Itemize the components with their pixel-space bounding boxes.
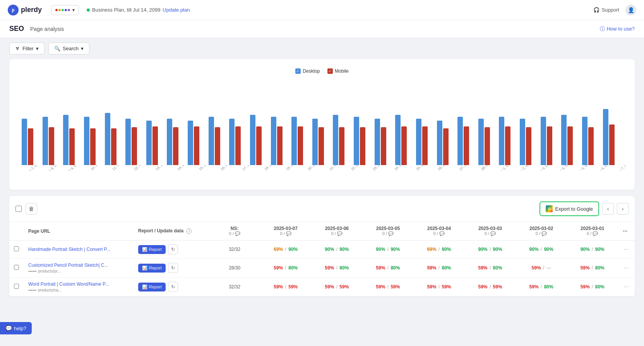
google-icon: G: [546, 205, 553, 212]
col-date7: 2025-03-01 0 / 💬: [567, 222, 618, 240]
score-cell: 59% / 80%: [567, 278, 618, 297]
info-icon[interactable]: i: [186, 228, 192, 234]
delete-button[interactable]: 🗑: [26, 203, 37, 215]
report-button[interactable]: 📊 Report: [138, 264, 166, 273]
bar-mobile: [28, 128, 33, 165]
bar-desktop: [63, 115, 69, 165]
how-to-use-link[interactable]: ⓘ How to use?: [600, 26, 635, 32]
refresh-button[interactable]: ↻: [168, 263, 178, 273]
col-date5: 2025-03-03 0 / 💬: [465, 222, 516, 240]
filter-icon: ⛛: [15, 46, 20, 51]
user-avatar[interactable]: 👤: [625, 5, 636, 15]
chart-date-label: Feb 25, 2025: [409, 165, 428, 170]
ns-cell: 32/32: [209, 278, 260, 297]
score-cell: 90% / 90%: [516, 240, 567, 259]
question-icon: ⓘ: [600, 26, 605, 32]
more-cell: ⋯: [618, 240, 635, 259]
bar-desktop: [209, 117, 214, 165]
report-cell: 📊 Report ↻: [134, 259, 209, 278]
bar-mobile: [360, 127, 365, 165]
col-checkbox: [9, 222, 24, 240]
score-cell: 59% / 59%: [465, 278, 516, 297]
chart-date-label: Feb 23, 2025: [366, 165, 384, 170]
bar-desktop: [105, 113, 110, 165]
table-body: Handmade Portrait Sketch | Convert P... …: [9, 240, 635, 297]
report-button[interactable]: 📊 Report: [138, 245, 166, 254]
export-google-button[interactable]: G Export to Google: [540, 201, 599, 216]
chart-date-label: Feb 27, 2025: [453, 165, 471, 170]
row-checkbox[interactable]: [14, 284, 19, 289]
bar-mobile: [277, 126, 283, 165]
url-cell: Customized Pencil Portrait Sketch| C... …: [24, 259, 134, 278]
chart-date-label: Feb 15, 2025: [192, 165, 211, 170]
score-cell: 59% / —: [516, 259, 567, 278]
prev-page-button[interactable]: ‹: [602, 203, 614, 215]
chart-date-label: Feb 22, 2025: [344, 165, 362, 170]
chart-date-label: Feb 14, 2025: [171, 165, 189, 170]
bar-desktop: [146, 121, 152, 165]
bar-group: [395, 115, 415, 165]
bar-mobile: [464, 126, 469, 165]
plan-active-dot: [87, 9, 90, 12]
bar-mobile: [256, 126, 262, 165]
next-page-button[interactable]: ›: [617, 203, 629, 215]
support-button[interactable]: 🎧 Support: [593, 7, 619, 13]
report-button[interactable]: 📊 Report: [138, 283, 166, 291]
chart-date-label: Mar 1, 2025: [496, 165, 513, 170]
url-link[interactable]: Customized Pencil Portrait Sketch| C...: [28, 262, 129, 268]
data-table: Page URL Report / Update data i NS: 0 / …: [9, 222, 635, 297]
score-cell: 59% / 80%: [413, 259, 464, 278]
bar-mobile: [567, 126, 573, 165]
bar-group: [354, 117, 373, 165]
bar-mobile: [547, 126, 552, 165]
score-cell: 90% / 90%: [311, 240, 362, 259]
select-all-checkbox[interactable]: [15, 206, 22, 212]
url-sub: ▪▪▪▪▪▪ products/pr...: [28, 269, 129, 273]
legend-desktop: ✓ Desktop: [295, 68, 320, 74]
row-checkbox[interactable]: [14, 265, 19, 270]
bar-group: [22, 119, 41, 165]
col-date4: 2025-03-04 0 / 💬: [413, 222, 464, 240]
chart-date-label: Feb 10, 2025: [84, 165, 102, 170]
desktop-checkbox[interactable]: ✓: [295, 68, 301, 74]
chart-date-label: Feb 20, 2025: [301, 165, 319, 170]
refresh-icon: ↻: [171, 265, 175, 271]
plan-selector[interactable]: ▾: [51, 5, 79, 15]
seo-title: SEO: [9, 25, 24, 33]
bar-mobile: [485, 127, 490, 165]
bar-desktop: [561, 115, 567, 165]
table-row: Word Portrait | Custom Word/Name P... ▪▪…: [9, 278, 635, 297]
score-cell: 59% / 80%: [465, 259, 516, 278]
chevron-down-icon: ▾: [72, 7, 75, 13]
url-link[interactable]: Word Portrait | Custom Word/Name P...: [28, 281, 129, 287]
search-button[interactable]: 🔍 Search ▾: [48, 43, 89, 55]
mobile-checkbox[interactable]: ✓: [327, 68, 333, 74]
chart-labels: Feb 7, 2025Feb 8, 2025Feb 9, 2025Feb 10,…: [19, 165, 625, 170]
col-date2: 2025-03-06 0 / 💬: [311, 222, 362, 240]
update-plan-link[interactable]: Update plan: [163, 7, 190, 13]
bar-mobile: [526, 127, 531, 165]
bar-mobile: [505, 126, 510, 165]
col-report: Report / Update data i: [134, 222, 209, 240]
bar-desktop: [603, 109, 608, 165]
row-checkbox[interactable]: [14, 246, 19, 251]
url-link[interactable]: Handmade Portrait Sketch | Convert P...: [28, 247, 129, 252]
score-cell: 59% / 59%: [362, 278, 413, 297]
table-toolbar-right: G Export to Google ‹ ›: [540, 201, 629, 216]
row-checkbox-cell: [9, 259, 24, 278]
bar-desktop: [43, 117, 48, 165]
score-cell: 59% / 80%: [567, 259, 618, 278]
filter-label: Filter: [22, 46, 34, 51]
chart-date-label: Feb 11, 2025: [106, 165, 124, 170]
bar-mobile: [298, 126, 303, 165]
bar-group: [561, 115, 581, 165]
refresh-button[interactable]: ↻: [168, 244, 178, 254]
chart-legend: ✓ Desktop ✓ Mobile: [19, 68, 625, 74]
filter-button[interactable]: ⛛ Filter ▾: [9, 43, 45, 55]
bar-group: [188, 121, 207, 165]
brand-logo[interactable]: p plerdy: [8, 5, 42, 15]
table-row: Handmade Portrait Sketch | Convert P... …: [9, 240, 635, 259]
chart-date-label: Mar 2, 2025: [516, 165, 533, 170]
row-checkbox-cell: [9, 278, 24, 297]
refresh-button[interactable]: ↻: [168, 282, 178, 292]
